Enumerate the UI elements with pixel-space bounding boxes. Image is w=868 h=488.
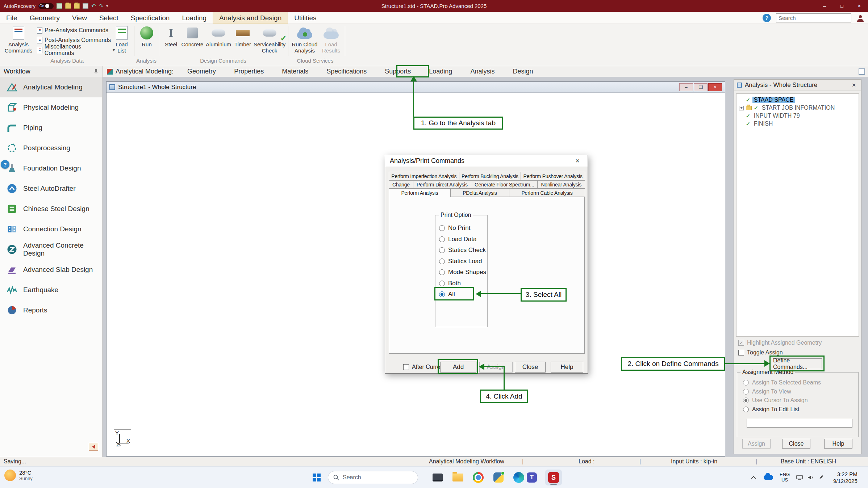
radio-statics-check[interactable]: Statics Check <box>435 245 487 256</box>
minimize-button[interactable]: – <box>816 0 833 12</box>
redo-icon[interactable]: ↷ <box>99 3 104 9</box>
panel-help-button[interactable]: Help <box>824 439 852 449</box>
tab-specifications[interactable]: Specifications <box>322 67 371 76</box>
taskbar-app-chrome[interactable] <box>472 472 484 483</box>
system-tray-icons[interactable] <box>796 467 825 488</box>
aluminium-design-button[interactable]: Aluminium <box>205 25 232 48</box>
steel-design-button[interactable]: I Steel <box>162 25 180 48</box>
tab-materials[interactable]: Materials <box>277 67 313 76</box>
panel-close-button[interactable]: Close <box>782 439 810 449</box>
dialog-tab-perform-direct-analysis[interactable]: Perform Direct Analysis <box>413 180 471 189</box>
language-switcher[interactable]: ENG US <box>780 467 790 488</box>
toggle-assign-checkbox[interactable]: Toggle Assign <box>738 349 783 356</box>
dialog-title-bar[interactable]: Analysis/Print Commands × <box>385 155 588 167</box>
save-icon[interactable] <box>57 3 62 9</box>
help-bubble-icon[interactable]: ? <box>1 160 9 169</box>
workflow-item-physical-modeling[interactable]: Physical Modeling <box>0 97 102 118</box>
timber-design-button[interactable]: Timber <box>233 25 252 48</box>
tree-item-staad-space[interactable]: ✓STAAD SPACE <box>736 96 859 104</box>
workflow-item-postprocessing[interactable]: Postprocessing <box>0 138 102 158</box>
concrete-design-button[interactable]: Concrete <box>181 25 204 48</box>
menu-item-select[interactable]: Select <box>93 12 125 24</box>
workflow-item-analytical-modeling[interactable]: Analytical Modeling <box>0 77 102 97</box>
tab-loading[interactable]: Loading <box>425 67 456 76</box>
tab-design[interactable]: Design <box>508 67 537 76</box>
ribbon-search-input[interactable] <box>779 15 851 21</box>
radio-assign-to-edit-list[interactable]: Assign To Edit List <box>737 405 858 414</box>
tray-chevron[interactable] <box>751 467 756 488</box>
dialog-tab-perform-analysis[interactable]: Perform Analysis <box>389 189 451 197</box>
menu-item-utilities[interactable]: Utilities <box>288 12 322 24</box>
serviceability-check-button[interactable]: ✓ Serviceability Check <box>254 25 285 54</box>
menu-item-loading[interactable]: Loading <box>176 12 213 24</box>
maximize-button[interactable]: □ <box>833 0 851 12</box>
menu-item-file[interactable]: File <box>0 12 24 24</box>
workflow-item-connection-design[interactable]: Connection Design <box>0 219 102 239</box>
weather-widget[interactable]: 28°C Sunny <box>4 470 33 481</box>
run-analysis-button[interactable]: Run <box>137 25 157 48</box>
workflow-item-foundation-design[interactable]: Foundation Design <box>0 158 102 178</box>
print-icon[interactable] <box>83 3 88 9</box>
dialog-tab-perform-buckling-analysis[interactable]: Perform Buckling Analysis <box>459 172 521 180</box>
tree-item-input-width[interactable]: ✓INPUT WIDTH 79 <box>736 112 859 120</box>
undo-icon[interactable]: ↶ <box>91 3 96 9</box>
tree-item-finish[interactable]: ✓FINISH <box>736 120 859 128</box>
taskbar-search[interactable]: Search <box>328 471 418 484</box>
edit-list-input[interactable] <box>747 419 852 428</box>
close-button[interactable]: × <box>851 0 868 12</box>
menu-item-geometry[interactable]: Geometry <box>24 12 66 24</box>
dialog-tab-perform-pushover-analysis[interactable]: Perform Pushover Analysis <box>521 172 585 180</box>
ribbon-search-box[interactable] <box>776 13 851 22</box>
doc-minimize-button[interactable]: – <box>679 83 693 91</box>
dialog-tab-perform-cable-analysis[interactable]: Perform Cable Analysis <box>509 189 585 197</box>
qat-customize-caret-icon[interactable]: ▾ <box>106 4 108 8</box>
highlight-assigned-geometry-checkbox[interactable]: ✓ Highlight Assigned Geometry <box>738 340 822 346</box>
tab-properties[interactable]: Properties <box>230 67 268 76</box>
taskbar-app-teams[interactable]: T <box>526 472 538 483</box>
dialog-tab-nonlinear-analysis[interactable]: Nonlinear Analysis <box>537 180 585 189</box>
workflow-item-reports[interactable]: Reports <box>0 300 102 320</box>
dialog-tab-perform-imperfection-analysis[interactable]: Perform Imperfection Analysis <box>389 172 459 180</box>
menu-item-specification[interactable]: Specification <box>125 12 176 24</box>
archive-folder-icon[interactable] <box>74 3 80 9</box>
taskbar-app-edge[interactable] <box>513 472 525 483</box>
tray-onedrive[interactable] <box>764 467 773 488</box>
load-list-button[interactable]: Load List <box>111 25 133 54</box>
radio-load-data[interactable]: Load Data <box>435 234 487 245</box>
pin-icon[interactable] <box>93 69 99 75</box>
menu-item-view[interactable]: View <box>66 12 93 24</box>
doc-restore-button[interactable]: ❏ <box>694 83 708 91</box>
dialog-close-icon[interactable]: × <box>572 157 583 165</box>
dialog-tab-pdelta-analysis[interactable]: PDelta Analysis <box>450 189 509 197</box>
start-button[interactable] <box>311 472 322 483</box>
miscellaneous-commands-button[interactable]: Miscellaneous Commands ▾ <box>37 46 115 54</box>
dialog-tab-change[interactable]: Change <box>389 180 413 189</box>
workflow-item-chinese-steel-design[interactable]: Chinese Steel Design <box>0 199 102 219</box>
taskbar-app-monitor[interactable] <box>432 472 443 483</box>
radio-no-print[interactable]: No Print <box>435 223 487 234</box>
dialog-close-button[interactable]: Close <box>515 362 546 373</box>
dialog-tab-generate-floor-spectrum[interactable]: Generate Floor Spectrum... <box>471 180 538 189</box>
workflow-item-piping[interactable]: Piping <box>0 118 102 138</box>
taskbar-app-python[interactable] <box>493 472 504 483</box>
pre-analysis-commands-button[interactable]: Pre-Analysis Commands <box>37 26 115 35</box>
taskbar-app-file-explorer[interactable] <box>452 472 464 483</box>
expand-plus-icon[interactable]: + <box>739 106 744 110</box>
clock-widget[interactable]: 3:22 PM 9/12/2025 <box>833 467 857 488</box>
base-unit-status[interactable]: Base Unit : ENGLISH <box>781 458 836 465</box>
tab-geometry[interactable]: Geometry <box>183 67 220 76</box>
run-cloud-analysis-button[interactable]: Run Cloud Analysis <box>291 25 319 54</box>
taskbar-app-staad-active[interactable]: S <box>545 470 562 485</box>
load-results-button[interactable]: Load Results <box>320 25 342 54</box>
open-folder-icon[interactable] <box>65 3 71 9</box>
workflow-item-advanced-concrete-design[interactable]: Advanced Concrete Design <box>0 239 102 260</box>
panel-title-bar[interactable]: Analysis - Whole Structure × <box>734 80 861 91</box>
dialog-help-button[interactable]: Help <box>551 362 583 373</box>
panel-close-icon[interactable]: × <box>850 81 858 89</box>
analysis-commands-button[interactable]: Analysis Commands <box>2 25 35 54</box>
layout-grid-icon[interactable] <box>859 68 865 75</box>
tab-analysis[interactable]: Analysis <box>466 67 499 76</box>
radio-mode-shapes[interactable]: Mode Shapes <box>435 267 487 278</box>
workflow-item-earthquake[interactable]: Earthquake <box>0 280 102 300</box>
user-account-icon[interactable] <box>856 14 864 22</box>
